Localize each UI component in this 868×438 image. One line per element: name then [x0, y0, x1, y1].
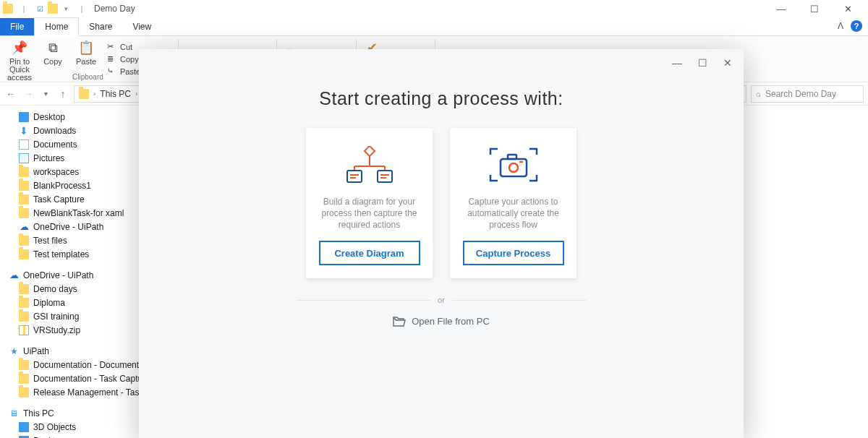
- chevron-right-icon: ›: [135, 90, 137, 98]
- tree-item[interactable]: BlankProcess1: [9, 179, 141, 192]
- desktop-icon: [19, 436, 29, 439]
- capture-process-card: Capture your actions to automatically cr…: [450, 128, 576, 278]
- folder-icon: [19, 360, 29, 370]
- pc-icon: 🖥: [9, 408, 19, 418]
- tree-item[interactable]: ⬇Downloads: [9, 124, 141, 137]
- tree-item-label: UiPath: [23, 346, 49, 356]
- camera-capture-icon: [488, 144, 540, 189]
- maximize-button[interactable]: ☐: [804, 4, 825, 14]
- tree-item[interactable]: ★UiPath: [9, 344, 141, 358]
- folder-icon: [19, 181, 29, 191]
- tree-item-label: OneDrive - UiPath: [23, 270, 93, 280]
- tree-item[interactable]: Task Capture: [9, 192, 141, 206]
- paste-icon: 📋: [77, 39, 95, 56]
- tree-item-label: OneDrive - UiPath: [33, 222, 103, 232]
- tree-item[interactable]: Demo days: [9, 282, 141, 296]
- tree-item[interactable]: Release Management - Task Captu: [9, 385, 141, 399]
- tree-item[interactable]: Desktop: [9, 110, 141, 124]
- folder-icon: [19, 387, 29, 398]
- tree-item[interactable]: 3D Objects: [9, 420, 141, 434]
- cloud-icon: ☁: [19, 222, 29, 232]
- tree-item[interactable]: workspaces: [9, 165, 141, 179]
- tree-item-label: 3D Objects: [33, 422, 76, 432]
- tree-item-label: Downloads: [33, 126, 76, 136]
- titlebar: | ☑ ▾ | Demo Day — ☐ ✕: [0, 0, 868, 17]
- desktop-icon: [19, 112, 29, 122]
- tree-item[interactable]: Documentation - Documents: [9, 358, 141, 372]
- create-diagram-button[interactable]: Create Diagram: [319, 241, 420, 265]
- tree-item-label: NewBlankTask-for xaml: [33, 208, 124, 218]
- tree-item-label: BlankProcess1: [33, 181, 91, 191]
- tree-item[interactable]: ☁OneDrive - UiPath: [9, 220, 141, 233]
- tree-item-label: GSI training: [33, 312, 79, 322]
- cloud-icon: ☁: [9, 270, 19, 280]
- tree-item[interactable]: Pictures: [9, 151, 141, 165]
- open-file-from-pc-button[interactable]: Open File from PC: [393, 316, 490, 327]
- tab-share[interactable]: Share: [79, 18, 122, 35]
- tab-view[interactable]: View: [122, 18, 161, 35]
- svg-point-14: [509, 163, 518, 172]
- separator: |: [77, 4, 87, 14]
- pic-icon: [19, 153, 29, 163]
- tree-item[interactable]: ☁OneDrive - UiPath: [9, 268, 141, 282]
- folder-icon: [19, 374, 29, 384]
- nav-tree[interactable]: Desktop⬇DownloadsDocumentsPicturesworksp…: [0, 106, 142, 438]
- folder-icon: [19, 194, 29, 205]
- minimize-button[interactable]: —: [771, 4, 791, 14]
- folder-icon[interactable]: [48, 4, 58, 14]
- tree-item[interactable]: VRStudy.zip: [9, 323, 141, 337]
- tree-item[interactable]: Documents: [9, 137, 141, 151]
- search-input[interactable]: ⌕ Search Demo Day: [751, 85, 864, 103]
- tree-item-label: Demo days: [33, 284, 77, 294]
- group-caption-clipboard: Clipboard: [72, 73, 103, 81]
- or-divider: or: [297, 296, 586, 304]
- tree-item[interactable]: NewBlankTask-for xaml: [9, 206, 141, 220]
- svg-rect-0: [364, 146, 374, 156]
- capture-process-desc: Capture your actions to automatically cr…: [460, 196, 566, 231]
- help-icon[interactable]: ?: [851, 20, 862, 32]
- tab-file[interactable]: File: [0, 18, 34, 35]
- folder-icon: [3, 4, 13, 14]
- svg-rect-7: [378, 171, 392, 182]
- modal-minimize-button[interactable]: —: [672, 57, 682, 69]
- search-icon: ⌕: [756, 89, 761, 99]
- create-diagram-card: Build a diagram for your process then ca…: [306, 128, 433, 278]
- tree-item-label: Documentation - Task Capture: [33, 374, 142, 384]
- capture-process-button[interactable]: Capture Process: [463, 241, 564, 265]
- close-button[interactable]: ✕: [838, 4, 858, 14]
- tree-item[interactable]: Test templates: [9, 247, 141, 261]
- tree-item[interactable]: Test files: [9, 233, 141, 247]
- chevron-right-icon: ›: [93, 90, 95, 98]
- tree-item[interactable]: Desktop: [9, 434, 141, 438]
- qat-item-icon[interactable]: ☑: [35, 4, 45, 14]
- tree-item[interactable]: Documentation - Task Capture: [9, 372, 141, 385]
- tree-item[interactable]: GSI training: [9, 309, 141, 323]
- folder-icon: [19, 312, 29, 322]
- qat-dropdown-icon[interactable]: ▾: [61, 4, 71, 14]
- modal-close-button[interactable]: ✕: [723, 57, 732, 69]
- nav-forward-button[interactable]: →: [22, 88, 35, 100]
- open-folder-icon: [393, 317, 406, 327]
- quick-access-toolbar: | ☑ ▾ |: [3, 4, 90, 14]
- tab-home[interactable]: Home: [34, 17, 79, 36]
- zip-icon: [19, 325, 29, 335]
- nav-back-button[interactable]: ←: [4, 88, 17, 100]
- scissors-icon: ✂: [107, 42, 117, 52]
- tree-item[interactable]: Diploma: [9, 296, 141, 309]
- tree-item-label: Desktop: [33, 112, 65, 122]
- shortcut-icon: ⤷: [107, 66, 117, 77]
- copy-button[interactable]: ⧉ Copy: [36, 36, 69, 82]
- nav-recent-button[interactable]: ▾: [39, 90, 52, 98]
- collapse-ribbon-icon[interactable]: ᐱ: [838, 21, 843, 31]
- breadcrumb-segment[interactable]: This PC: [100, 89, 131, 99]
- desktop-icon: [19, 422, 29, 432]
- pin-to-quick-access-button[interactable]: 📌 Pin to Quick access: [3, 36, 36, 82]
- modal-maximize-button[interactable]: ☐: [698, 57, 707, 69]
- tree-item[interactable]: 🖥This PC: [9, 406, 141, 420]
- folder-icon: [19, 284, 29, 294]
- copy-path-icon: ≣: [107, 54, 117, 64]
- create-diagram-desc: Build a diagram for your process then ca…: [316, 196, 422, 231]
- nav-up-button[interactable]: ↑: [56, 88, 69, 100]
- modal-heading: Start creating a process with:: [139, 88, 744, 109]
- tree-item-label: workspaces: [33, 167, 79, 177]
